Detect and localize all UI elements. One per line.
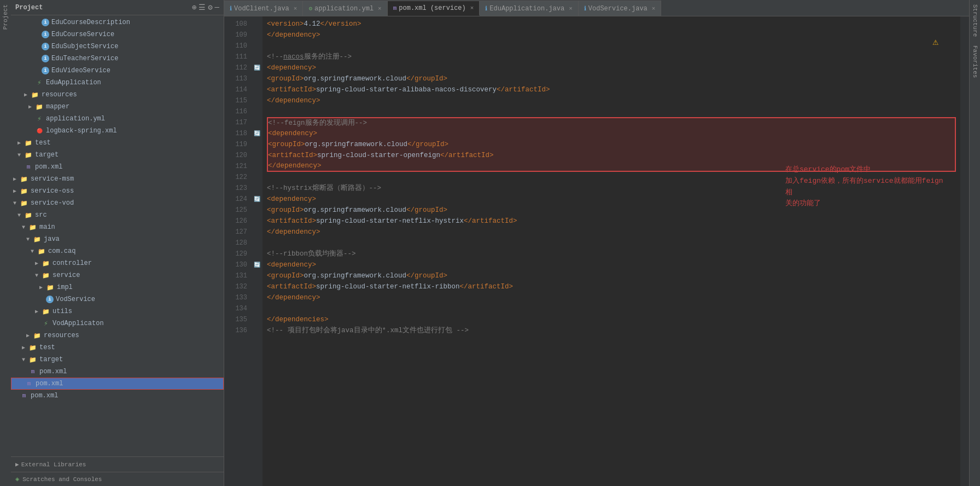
right-gutter	[960, 16, 969, 486]
tree-item[interactable]: ▼📁service-vod	[11, 197, 224, 209]
project-panel: Project ⊕ ☰ ⚙ — iEduCourseDescriptioniEd…	[11, 0, 224, 486]
tree-item[interactable]: ▶📁controller	[11, 257, 224, 269]
code-line-132: <artifactId>spring-cloud-starter-netflix…	[267, 281, 956, 292]
settings-icon[interactable]: ⚙	[208, 3, 212, 12]
left-sidebar-labels: Project	[0, 0, 11, 486]
code-line-126: <artifactId>spring-cloud-starter-netflix…	[267, 216, 956, 227]
right-sidebar-labels: Structure Favorites	[969, 0, 980, 486]
external-libraries-item[interactable]: ▶ External Libraries	[15, 461, 86, 468]
code-line-135: </dependencies>	[267, 314, 956, 325]
collapse-icon[interactable]: ☰	[199, 3, 206, 12]
tree-item[interactable]: ▼📁main	[11, 221, 224, 233]
code-line-133: </dependency>	[267, 292, 956, 303]
tree-item[interactable]: iEduCourseService	[11, 28, 224, 40]
annotation-line1: 在总service的pom文件中	[785, 164, 949, 176]
tab-vodservice[interactable]: ℹVodService.java×	[579, 1, 662, 16]
code-line-119: <groupId>org.springframework.cloud</grou…	[267, 139, 956, 150]
tree-item[interactable]: ▶📁impl	[11, 281, 224, 293]
tree-item[interactable]: ▶📁mapper	[11, 101, 224, 113]
annotation-box: 在总service的pom文件中 加入feign依赖，所有的service就都能…	[785, 164, 949, 210]
tab-close-application[interactable]: ×	[378, 5, 382, 12]
tree-item[interactable]: mpom.xml	[11, 378, 224, 390]
panel-header: Project ⊕ ☰ ⚙ —	[11, 0, 224, 15]
code-line-111: <!--nacos服务的注册-->	[267, 51, 956, 62]
code-line-118: <dependency>	[267, 128, 956, 139]
tree-item[interactable]: ⚡EduApplication	[11, 77, 224, 89]
code-line-129: <!--ribbon负载均衡器-->	[267, 248, 956, 259]
code-line-110	[267, 40, 956, 51]
tree-item[interactable]: iVodService	[11, 293, 224, 305]
tree-item[interactable]: iEduSubjectService	[11, 40, 224, 53]
tree-item[interactable]: ▶📁test	[11, 137, 224, 149]
code-line-134	[267, 303, 956, 314]
code-line-120: <artifactId>spring-cloud-starter-openfei…	[267, 150, 956, 161]
tree-item[interactable]: ▼📁src	[11, 209, 224, 221]
tree-item[interactable]: mpom.xml	[11, 390, 224, 402]
panel-header-icons: ⊕ ☰ ⚙ —	[192, 3, 219, 12]
code-line-127: </dependency>	[267, 227, 956, 238]
scratches-icon: ◈	[15, 475, 19, 483]
tab-pom[interactable]: mpom.xml (service)×	[388, 1, 480, 16]
tree-item[interactable]: iEduTeacherService	[11, 53, 224, 65]
tab-close-vodclient[interactable]: ×	[294, 5, 298, 12]
annotation-line2: 加入feign依赖，所有的service就都能用feign相	[785, 176, 949, 199]
code-line-113: <groupId>org.springframework.cloud</grou…	[267, 73, 956, 84]
tree-item[interactable]: ▶📁resources	[11, 89, 224, 101]
tab-close-eduapp[interactable]: ×	[569, 5, 573, 12]
tab-eduapp[interactable]: ℹEduApplication.java×	[480, 1, 578, 16]
tab-close-pom[interactable]: ×	[470, 5, 474, 11]
tree-item[interactable]: ▼📁target	[11, 149, 224, 161]
code-line-131: <groupId>org.springframework.cloud</grou…	[267, 270, 956, 281]
editor-content: 1081091101111121131141151161171181191201…	[224, 16, 969, 486]
tab-vodclient[interactable]: ℹVodClient.java×	[224, 1, 303, 16]
gutter: 🔄🔄🔄🔄	[252, 16, 262, 486]
warning-icon: ⚠	[932, 36, 938, 48]
code-line-130: <dependency>	[267, 259, 956, 270]
file-tree: iEduCourseDescriptioniEduCourseServiceiE…	[11, 15, 224, 456]
structure-label[interactable]: Structure	[971, 0, 979, 41]
favorites-label[interactable]: Favorites	[971, 41, 979, 82]
editor-area: ℹVodClient.java×⚙application.yml×mpom.xm…	[224, 0, 969, 486]
tree-item[interactable]: 🔴logback-spring.xml	[11, 125, 224, 137]
code-line-116	[267, 106, 956, 117]
code-area[interactable]: <version>4.12</version></dependency><!--…	[262, 16, 960, 486]
code-line-128	[267, 238, 956, 248]
code-line-112: <dependency>	[267, 62, 956, 73]
tree-item[interactable]: ▶📁resources	[11, 329, 224, 342]
line-numbers: 1081091101111121131141151161171181191201…	[224, 16, 252, 486]
tree-item[interactable]: ▶📁test	[11, 342, 224, 354]
tree-item[interactable]: ▶📁utils	[11, 305, 224, 317]
code-line-108: <version>4.12</version>	[267, 19, 956, 30]
tab-close-vodservice[interactable]: ×	[652, 5, 656, 12]
code-line-117: <!--feign服务的发现调用-->	[267, 117, 956, 128]
tree-item[interactable]: mpom.xml	[11, 161, 224, 173]
tree-item[interactable]: iEduVideoService	[11, 65, 224, 77]
code-line-109: </dependency>	[267, 30, 956, 40]
tree-item[interactable]: ▼📁target	[11, 354, 224, 366]
tree-item[interactable]: ⚡application.yml	[11, 113, 224, 125]
tab-bar: ℹVodClient.java×⚙application.yml×mpom.xm…	[224, 0, 969, 16]
tab-application[interactable]: ⚙application.yml×	[303, 1, 387, 16]
code-line-115: </dependency>	[267, 95, 956, 106]
panel-bottom: ▶ External Libraries	[11, 456, 224, 472]
tree-item[interactable]: ⚡VodApplicaton	[11, 317, 224, 329]
minimize-icon[interactable]: —	[215, 3, 219, 12]
scratches-label[interactable]: Scratches and Consoles	[22, 476, 102, 483]
tree-item[interactable]: ▼📁com.caq	[11, 245, 224, 257]
annotation-line3: 关的功能了	[785, 198, 949, 210]
code-line-136: <!-- 项目打包时会将java目录中的*.xml文件也进行打包 -->	[267, 325, 956, 336]
code-line-114: <artifactId>spring-cloud-starter-alibaba…	[267, 84, 956, 95]
tree-item[interactable]: ▶📁service-msm	[11, 173, 224, 185]
tree-item[interactable]: mpom.xml	[11, 366, 224, 378]
tree-item[interactable]: iEduCourseDescription	[11, 16, 224, 28]
scratches-row: ◈ Scratches and Consoles	[11, 472, 224, 486]
tree-item[interactable]: ▼📁service	[11, 269, 224, 281]
project-label[interactable]: Project	[1, 0, 10, 34]
sync-icon[interactable]: ⊕	[192, 3, 196, 12]
tree-item[interactable]: ▶📁service-oss	[11, 185, 224, 197]
panel-title: Project	[15, 4, 43, 11]
tree-item[interactable]: ▼📁java	[11, 233, 224, 245]
